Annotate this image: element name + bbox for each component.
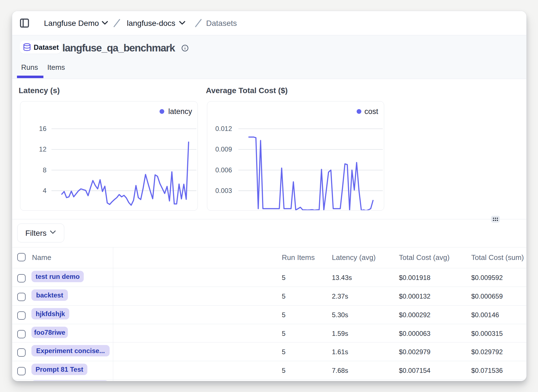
svg-text:0.003: 0.003 bbox=[215, 187, 232, 194]
svg-text:0.009: 0.009 bbox=[215, 145, 232, 153]
svg-text:0.012: 0.012 bbox=[215, 125, 232, 132]
svg-text:16: 16 bbox=[39, 125, 46, 132]
svg-text:latency: latency bbox=[168, 107, 192, 116]
svg-text:0.006: 0.006 bbox=[215, 166, 232, 174]
svg-text:12: 12 bbox=[39, 145, 46, 153]
svg-text:cost: cost bbox=[364, 107, 378, 116]
svg-text:4: 4 bbox=[43, 187, 46, 194]
svg-text:8: 8 bbox=[43, 166, 46, 174]
